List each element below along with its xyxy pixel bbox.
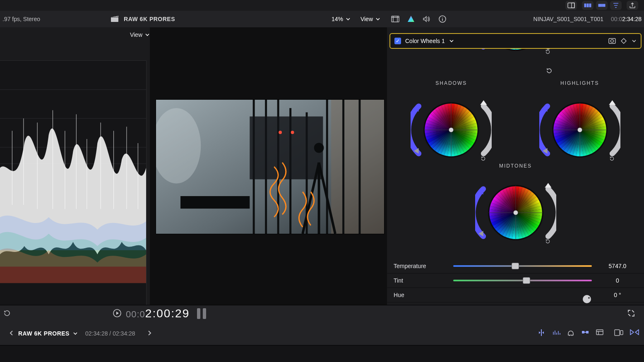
tint-label: Tint bbox=[394, 277, 447, 284]
waveform-scope bbox=[0, 60, 147, 307]
clip-meta: .97 fps, Stereo bbox=[0, 16, 40, 22]
color-wheels-header[interactable]: ✓ Color Wheels 1 bbox=[389, 33, 642, 49]
chevron-down-icon bbox=[145, 32, 150, 37]
timecode-main: 2:00:29 bbox=[145, 307, 190, 320]
temperature-value[interactable]: 5747.0 bbox=[598, 263, 637, 269]
svg-rect-76 bbox=[541, 329, 542, 336]
audio-skimming-icon[interactable] bbox=[552, 329, 560, 338]
svg-rect-78 bbox=[586, 331, 589, 333]
scopes-view-dropdown[interactable]: View bbox=[130, 31, 150, 38]
clip-title: RAW 6K PRORES bbox=[124, 16, 175, 22]
temperature-slider[interactable] bbox=[453, 265, 592, 267]
svg-marker-9 bbox=[408, 16, 414, 22]
svg-point-44 bbox=[279, 131, 282, 134]
timeline-name[interactable]: RAW 6K PRORES bbox=[18, 330, 70, 337]
zoom-dropdown[interactable]: 14% bbox=[332, 16, 351, 22]
hue-value[interactable]: 0 ° bbox=[598, 292, 637, 298]
prev-arrow-icon[interactable] bbox=[5, 330, 18, 337]
clip-layout-icon[interactable] bbox=[596, 1, 608, 10]
svg-rect-79 bbox=[584, 332, 586, 333]
svg-marker-61 bbox=[609, 100, 615, 105]
solo-icon[interactable] bbox=[567, 329, 574, 338]
inspector-header: NINJAV_S001_S001_T001 00:02:34:28 bbox=[387, 11, 644, 28]
tint-slider[interactable] bbox=[453, 280, 592, 281]
svg-point-73 bbox=[583, 295, 591, 303]
snapping-icon[interactable] bbox=[581, 329, 589, 338]
svg-rect-6 bbox=[601, 4, 603, 7]
view-dropdown[interactable]: View bbox=[360, 16, 380, 22]
skimming-icon[interactable] bbox=[537, 329, 545, 338]
timeline-timecode: 02:34:28 / 02:34:28 bbox=[85, 330, 135, 337]
svg-rect-3 bbox=[587, 4, 589, 7]
reset-icon[interactable] bbox=[545, 67, 553, 76]
temperature-label: Temperature bbox=[394, 263, 447, 269]
filter-layout-icon[interactable] bbox=[610, 1, 622, 10]
top-toolbar-remnant bbox=[560, 0, 644, 11]
color-wheel-shadows[interactable] bbox=[411, 89, 492, 170]
tab-video-icon[interactable] bbox=[389, 14, 401, 24]
timeline-layout-icon[interactable] bbox=[582, 1, 594, 10]
effects-browser-icon[interactable] bbox=[614, 329, 623, 338]
svg-rect-0 bbox=[568, 3, 574, 8]
scopes-view-label: View bbox=[130, 31, 142, 38]
timecode-dim: 00:0 bbox=[126, 309, 145, 320]
transitions-browser-icon[interactable] bbox=[630, 329, 639, 338]
audio-meters bbox=[197, 308, 206, 319]
tab-info-icon[interactable] bbox=[437, 14, 448, 24]
svg-point-48 bbox=[610, 40, 614, 42]
timeline-index-icon[interactable] bbox=[596, 329, 603, 338]
video-scopes-panel bbox=[0, 43, 150, 307]
tint-value[interactable]: 0 bbox=[598, 277, 637, 284]
svg-point-66 bbox=[577, 127, 582, 132]
tint-row: Tint 0 bbox=[387, 273, 644, 288]
timecode-display[interactable]: 00:0 2:00:29 bbox=[126, 307, 190, 320]
inspector-timecode: 00:02:34:28 bbox=[611, 16, 642, 22]
hue-label: Hue bbox=[394, 292, 447, 298]
svg-rect-82 bbox=[620, 331, 623, 335]
chevron-down-icon[interactable] bbox=[632, 38, 637, 43]
viewer-frame[interactable] bbox=[156, 99, 384, 234]
clapperboard-icon bbox=[111, 15, 119, 23]
timeline-header: RAW 6K PRORES 02:34:28 / 02:34:28 bbox=[0, 322, 644, 345]
svg-rect-8 bbox=[392, 16, 399, 22]
color-wheel-midtones[interactable] bbox=[475, 172, 556, 253]
color-wheel-master[interactable] bbox=[475, 49, 556, 71]
fullscreen-icon[interactable] bbox=[627, 309, 635, 318]
timeline-area[interactable] bbox=[0, 345, 644, 362]
next-arrow-icon[interactable] bbox=[143, 330, 156, 337]
viewer-header: .97 fps, Stereo RAW 6K PRORES 14% View bbox=[0, 11, 387, 28]
svg-point-60 bbox=[449, 127, 454, 132]
chevron-down-icon bbox=[346, 17, 351, 22]
svg-rect-30 bbox=[331, 100, 384, 234]
tab-color-icon[interactable] bbox=[405, 14, 417, 24]
chevron-down-icon bbox=[449, 38, 454, 43]
svg-marker-55 bbox=[480, 100, 487, 105]
tab-audio-icon[interactable] bbox=[421, 14, 433, 24]
scopes-toolbar: View bbox=[0, 27, 156, 42]
color-inspector-panel: ✓ Color Wheels 1 bbox=[387, 27, 644, 307]
effect-enable-checkbox[interactable]: ✓ bbox=[394, 38, 401, 44]
svg-rect-81 bbox=[615, 330, 620, 336]
svg-rect-80 bbox=[596, 330, 603, 335]
keyframe-icon[interactable] bbox=[621, 38, 627, 44]
zoom-value: 14% bbox=[332, 16, 343, 22]
svg-rect-77 bbox=[582, 331, 584, 333]
highlights-label: HIGHLIGHTS bbox=[560, 80, 599, 86]
mask-icon[interactable] bbox=[608, 38, 616, 44]
effect-name: Color Wheels 1 bbox=[405, 38, 445, 44]
svg-rect-1 bbox=[572, 3, 574, 8]
play-indicator-icon[interactable] bbox=[113, 309, 122, 319]
transport-bar: 00:0 2:00:29 bbox=[0, 305, 644, 322]
svg-rect-5 bbox=[598, 4, 601, 7]
layout-toggle-icon[interactable] bbox=[565, 1, 577, 10]
hue-dial[interactable] bbox=[453, 294, 592, 296]
color-wheel-highlights[interactable] bbox=[539, 89, 620, 170]
svg-rect-47 bbox=[609, 38, 615, 43]
svg-point-45 bbox=[291, 131, 294, 134]
share-icon[interactable] bbox=[627, 1, 638, 10]
view-label: View bbox=[360, 16, 373, 22]
loop-indicator-icon[interactable] bbox=[3, 309, 11, 318]
svg-rect-2 bbox=[584, 4, 586, 7]
chevron-down-icon[interactable] bbox=[73, 331, 78, 336]
midtones-label: MIDTONES bbox=[499, 163, 532, 169]
